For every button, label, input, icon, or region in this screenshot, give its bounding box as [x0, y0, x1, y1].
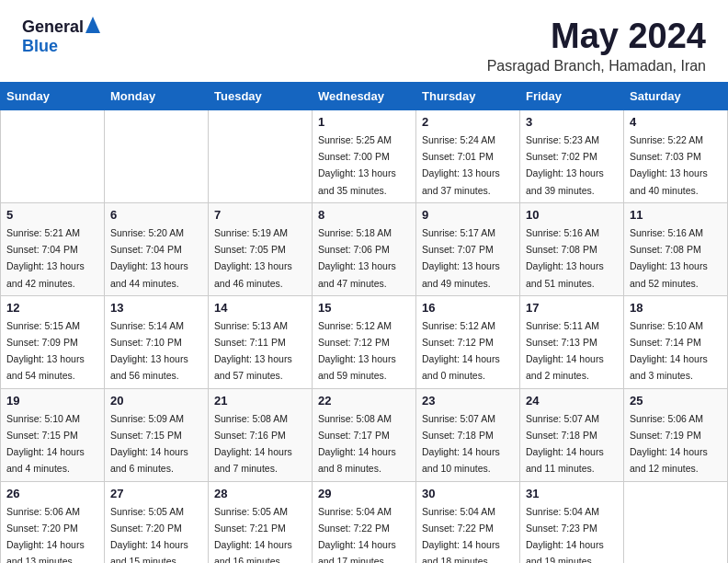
table-row: 17 Sunrise: 5:11 AMSunset: 7:13 PMDaylig…: [520, 295, 624, 388]
col-wednesday: Wednesday: [313, 83, 416, 110]
header: General Blue May 2024 Pasragad Branch, H…: [0, 0, 728, 82]
col-sunday: Sunday: [1, 83, 105, 110]
day-number: 31: [526, 487, 618, 500]
table-row: 19 Sunrise: 5:10 AMSunset: 7:15 PMDaylig…: [1, 388, 105, 481]
day-info: Sunrise: 5:16 AMSunset: 7:08 PMDaylight:…: [630, 227, 708, 289]
table-row: 12 Sunrise: 5:15 AMSunset: 7:09 PMDaylig…: [1, 295, 105, 388]
calendar-title: May 2024: [487, 17, 706, 56]
day-info: Sunrise: 5:09 AMSunset: 7:15 PMDaylight:…: [110, 413, 188, 475]
calendar-table: Sunday Monday Tuesday Wednesday Thursday…: [0, 82, 728, 563]
day-info: Sunrise: 5:23 AMSunset: 7:02 PMDaylight:…: [526, 134, 604, 196]
day-number: 15: [318, 301, 410, 315]
col-saturday: Saturday: [624, 83, 728, 110]
calendar-header-row: Sunday Monday Tuesday Wednesday Thursday…: [1, 83, 728, 110]
logo-general-text: General: [22, 17, 84, 37]
svg-marker-0: [85, 17, 100, 33]
col-monday: Monday: [105, 83, 209, 110]
calendar-week-4: 19 Sunrise: 5:10 AMSunset: 7:15 PMDaylig…: [1, 388, 728, 481]
day-number: 14: [214, 301, 306, 315]
day-info: Sunrise: 5:06 AMSunset: 7:19 PMDaylight:…: [630, 413, 708, 475]
day-info: Sunrise: 5:08 AMSunset: 7:17 PMDaylight:…: [318, 413, 396, 475]
calendar-week-3: 12 Sunrise: 5:15 AMSunset: 7:09 PMDaylig…: [1, 295, 728, 388]
day-info: Sunrise: 5:13 AMSunset: 7:11 PMDaylight:…: [214, 320, 292, 382]
table-row: 11 Sunrise: 5:16 AMSunset: 7:08 PMDaylig…: [624, 202, 728, 295]
calendar-week-2: 5 Sunrise: 5:21 AMSunset: 7:04 PMDayligh…: [1, 202, 728, 295]
day-info: Sunrise: 5:19 AMSunset: 7:05 PMDaylight:…: [214, 227, 292, 289]
day-info: Sunrise: 5:10 AMSunset: 7:14 PMDaylight:…: [630, 320, 708, 382]
table-row: 31 Sunrise: 5:04 AMSunset: 7:23 PMDaylig…: [520, 481, 624, 563]
day-info: Sunrise: 5:24 AMSunset: 7:01 PMDaylight:…: [422, 134, 500, 196]
col-tuesday: Tuesday: [209, 83, 313, 110]
table-row: 24 Sunrise: 5:07 AMSunset: 7:18 PMDaylig…: [520, 388, 624, 481]
day-number: 1: [318, 115, 410, 129]
day-info: Sunrise: 5:04 AMSunset: 7:23 PMDaylight:…: [526, 506, 604, 564]
calendar-location: Pasragad Branch, Hamadan, Iran: [487, 58, 706, 75]
day-info: Sunrise: 5:16 AMSunset: 7:08 PMDaylight:…: [526, 227, 604, 289]
day-info: Sunrise: 5:05 AMSunset: 7:20 PMDaylight:…: [110, 506, 188, 564]
day-number: 22: [318, 394, 410, 408]
day-info: Sunrise: 5:04 AMSunset: 7:22 PMDaylight:…: [422, 506, 500, 564]
day-number: 21: [214, 394, 306, 408]
table-row: [624, 481, 728, 563]
table-row: 30 Sunrise: 5:04 AMSunset: 7:22 PMDaylig…: [416, 481, 520, 563]
day-number: 18: [630, 301, 722, 315]
day-info: Sunrise: 5:05 AMSunset: 7:21 PMDaylight:…: [214, 506, 292, 564]
table-row: 22 Sunrise: 5:08 AMSunset: 7:17 PMDaylig…: [313, 388, 416, 481]
table-row: 8 Sunrise: 5:18 AMSunset: 7:06 PMDayligh…: [313, 202, 416, 295]
table-row: 4 Sunrise: 5:22 AMSunset: 7:03 PMDayligh…: [624, 110, 728, 203]
table-row: 9 Sunrise: 5:17 AMSunset: 7:07 PMDayligh…: [416, 202, 520, 295]
table-row: [105, 110, 209, 203]
table-row: 10 Sunrise: 5:16 AMSunset: 7:08 PMDaylig…: [520, 202, 624, 295]
day-number: 26: [6, 487, 98, 500]
day-info: Sunrise: 5:22 AMSunset: 7:03 PMDaylight:…: [630, 134, 708, 196]
day-number: 29: [318, 487, 410, 500]
table-row: 16 Sunrise: 5:12 AMSunset: 7:12 PMDaylig…: [416, 295, 520, 388]
table-row: [209, 110, 313, 203]
table-row: 14 Sunrise: 5:13 AMSunset: 7:11 PMDaylig…: [209, 295, 313, 388]
table-row: 5 Sunrise: 5:21 AMSunset: 7:04 PMDayligh…: [1, 202, 105, 295]
day-info: Sunrise: 5:25 AMSunset: 7:00 PMDaylight:…: [318, 134, 396, 196]
table-row: 13 Sunrise: 5:14 AMSunset: 7:10 PMDaylig…: [105, 295, 209, 388]
logo: General Blue: [22, 17, 100, 56]
day-number: 20: [110, 394, 202, 408]
day-info: Sunrise: 5:08 AMSunset: 7:16 PMDaylight:…: [214, 413, 292, 475]
day-info: Sunrise: 5:07 AMSunset: 7:18 PMDaylight:…: [422, 413, 500, 475]
day-number: 3: [526, 115, 618, 129]
logo-icon: [85, 17, 100, 37]
table-row: 20 Sunrise: 5:09 AMSunset: 7:15 PMDaylig…: [105, 388, 209, 481]
table-row: 29 Sunrise: 5:04 AMSunset: 7:22 PMDaylig…: [313, 481, 416, 563]
col-thursday: Thursday: [416, 83, 520, 110]
table-row: 1 Sunrise: 5:25 AMSunset: 7:00 PMDayligh…: [313, 110, 416, 203]
table-row: 18 Sunrise: 5:10 AMSunset: 7:14 PMDaylig…: [624, 295, 728, 388]
table-row: [1, 110, 105, 203]
day-number: 4: [630, 115, 722, 129]
day-info: Sunrise: 5:20 AMSunset: 7:04 PMDaylight:…: [110, 227, 188, 289]
table-row: 6 Sunrise: 5:20 AMSunset: 7:04 PMDayligh…: [105, 202, 209, 295]
day-info: Sunrise: 5:04 AMSunset: 7:22 PMDaylight:…: [318, 506, 396, 564]
table-row: 26 Sunrise: 5:06 AMSunset: 7:20 PMDaylig…: [1, 481, 105, 563]
table-row: 25 Sunrise: 5:06 AMSunset: 7:19 PMDaylig…: [624, 388, 728, 481]
table-row: 2 Sunrise: 5:24 AMSunset: 7:01 PMDayligh…: [416, 110, 520, 203]
day-info: Sunrise: 5:11 AMSunset: 7:13 PMDaylight:…: [526, 320, 604, 382]
calendar-week-5: 26 Sunrise: 5:06 AMSunset: 7:20 PMDaylig…: [1, 481, 728, 563]
day-info: Sunrise: 5:10 AMSunset: 7:15 PMDaylight:…: [6, 413, 85, 475]
table-row: 27 Sunrise: 5:05 AMSunset: 7:20 PMDaylig…: [105, 481, 209, 563]
day-number: 11: [630, 208, 722, 222]
day-number: 12: [6, 301, 98, 315]
day-info: Sunrise: 5:18 AMSunset: 7:06 PMDaylight:…: [318, 227, 396, 289]
day-info: Sunrise: 5:07 AMSunset: 7:18 PMDaylight:…: [526, 413, 604, 475]
day-info: Sunrise: 5:17 AMSunset: 7:07 PMDaylight:…: [422, 227, 500, 289]
day-number: 6: [110, 208, 202, 222]
logo-blue-text: Blue: [22, 37, 58, 55]
table-row: 23 Sunrise: 5:07 AMSunset: 7:18 PMDaylig…: [416, 388, 520, 481]
day-info: Sunrise: 5:06 AMSunset: 7:20 PMDaylight:…: [6, 506, 85, 564]
day-info: Sunrise: 5:14 AMSunset: 7:10 PMDaylight:…: [110, 320, 188, 382]
day-number: 24: [526, 394, 618, 408]
day-number: 30: [422, 487, 514, 500]
day-number: 9: [422, 208, 514, 222]
day-number: 23: [422, 394, 514, 408]
calendar-week-1: 1 Sunrise: 5:25 AMSunset: 7:00 PMDayligh…: [1, 110, 728, 203]
table-row: 3 Sunrise: 5:23 AMSunset: 7:02 PMDayligh…: [520, 110, 624, 203]
day-number: 25: [630, 394, 722, 408]
day-number: 5: [6, 208, 98, 222]
